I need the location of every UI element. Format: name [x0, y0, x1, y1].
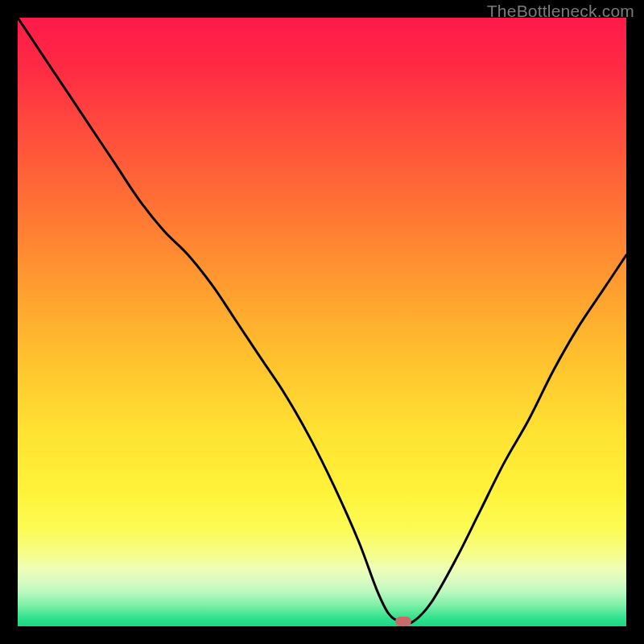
optimal-point-marker: [395, 617, 411, 626]
bottleneck-curve: [18, 18, 626, 626]
chart-stage: TheBottleneck.com: [0, 0, 644, 644]
plot-area: [18, 18, 626, 626]
